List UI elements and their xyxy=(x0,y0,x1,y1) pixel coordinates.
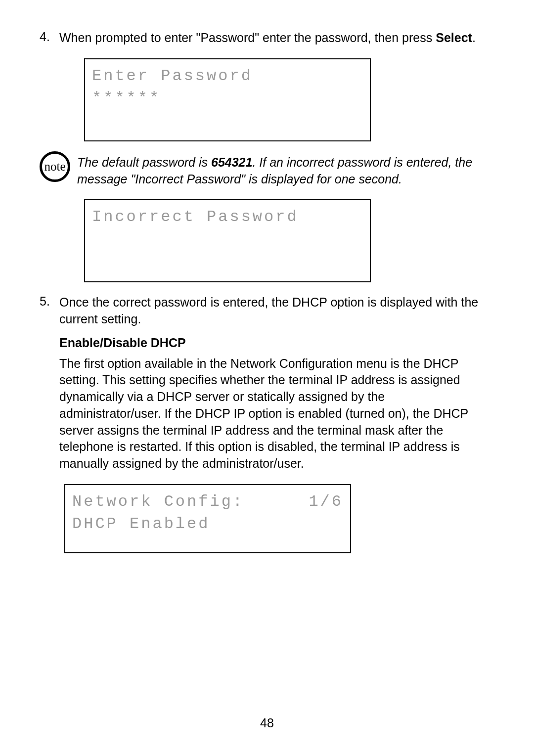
step5-text: Once the correct password is entered, th… xyxy=(59,295,478,326)
lcd-block-2-wrap: Incorrect Password xyxy=(59,199,488,282)
select-label: Select xyxy=(436,31,472,44)
note-text: The default password is 654321. If an in… xyxy=(77,153,488,188)
note-prefix: The default password is xyxy=(77,155,211,169)
dhcp-paragraph: The first option available in the Networ… xyxy=(59,356,488,472)
step-4: 4. When prompted to enter "Password" ent… xyxy=(40,30,488,46)
section-heading: Enable/Disable DHCP xyxy=(59,335,488,352)
lcd-incorrect-password: Incorrect Password xyxy=(84,199,371,282)
lcd-line: Incorrect Password xyxy=(92,206,363,228)
step-number: 4. xyxy=(40,30,59,46)
page-number: 48 xyxy=(0,716,534,730)
lcd-line: DHCP Enabled xyxy=(72,513,343,535)
note-row: note The default password is 654321. If … xyxy=(40,153,488,188)
default-password: 654321 xyxy=(211,155,252,169)
lcd-line: Enter Password xyxy=(92,65,363,88)
step4-text-prefix: When prompted to enter "Password" enter … xyxy=(59,31,436,44)
step-body: When prompted to enter "Password" enter … xyxy=(59,30,488,46)
lcd-block-1-wrap: Enter Password ****** xyxy=(59,58,488,141)
note-icon: note xyxy=(40,151,70,182)
lcd-line: ****** xyxy=(92,88,363,110)
step4-text-suffix: . xyxy=(472,31,476,44)
note-icon-label: note xyxy=(44,160,65,174)
step-number: 5. xyxy=(40,294,59,565)
lcd-line-left: Network Config: xyxy=(72,491,244,513)
lcd-enter-password: Enter Password ****** xyxy=(84,58,371,141)
lcd-row: Network Config: 1/6 xyxy=(72,491,343,513)
lcd-network-config: Network Config: 1/6 DHCP Enabled xyxy=(64,484,351,553)
step-body: Once the correct password is entered, th… xyxy=(59,294,488,565)
step-5: 5. Once the correct password is entered,… xyxy=(40,294,488,565)
lcd-line-right: 1/6 xyxy=(309,491,343,513)
